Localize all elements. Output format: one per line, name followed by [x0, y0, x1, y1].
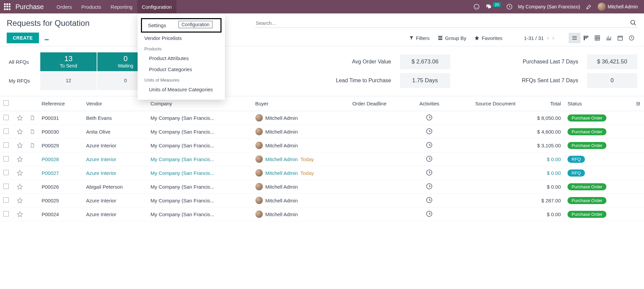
view-calendar-icon[interactable] — [614, 33, 626, 43]
row-checkbox[interactable] — [3, 115, 9, 120]
search-box[interactable] — [255, 18, 637, 28]
cell-status: RFQ — [564, 152, 632, 166]
dash-card-tosend[interactable]: 13 To Send — [40, 52, 97, 71]
messages-icon[interactable]: 20 — [485, 3, 500, 10]
cell-total: $ 0.00 — [519, 207, 564, 221]
col-buyer[interactable]: Buyer — [252, 96, 349, 111]
cell-status: Purchase Order — [564, 207, 632, 221]
create-button[interactable]: CREATE — [7, 33, 39, 43]
view-list-icon[interactable] — [569, 33, 580, 43]
groupby-button[interactable]: Group By — [438, 35, 466, 41]
clock-icon[interactable] — [426, 128, 432, 134]
star-icon[interactable] — [17, 129, 23, 135]
row-checkbox[interactable] — [3, 197, 9, 203]
apps-icon[interactable] — [3, 3, 11, 11]
user-menu[interactable]: Mitchell Admin — [598, 3, 638, 11]
select-all-checkbox[interactable] — [3, 100, 9, 106]
clock-icon[interactable] — [426, 211, 432, 217]
dd-units-of-measure-categories[interactable]: Units of Measure Categories — [138, 84, 225, 95]
avatar — [598, 3, 606, 11]
company-switcher[interactable]: My Company (San Francisco) — [518, 4, 580, 9]
col-deadline[interactable]: Order Deadline — [349, 96, 410, 111]
clock-icon[interactable] — [426, 156, 432, 162]
cell-company: My Company (San Francis... — [147, 111, 252, 125]
support-icon[interactable] — [473, 3, 480, 10]
cell-company: My Company (San Francis... — [147, 180, 252, 194]
row-checkbox[interactable] — [3, 156, 9, 161]
pager-next-icon[interactable]: › — [552, 35, 554, 41]
dash-row-my[interactable]: My RFQs — [7, 71, 40, 90]
cell-company: My Company (San Francis... — [147, 125, 252, 139]
import-icon[interactable] — [44, 35, 50, 41]
cell-activities[interactable] — [410, 125, 449, 139]
col-reference[interactable]: Reference — [38, 96, 83, 111]
dash-tosend-count: 13 — [64, 55, 72, 62]
cell-activities[interactable] — [410, 152, 449, 166]
cell-total: $ 0.00 — [519, 166, 564, 180]
clock-icon[interactable] — [426, 142, 432, 148]
app-name[interactable]: Purchase — [15, 3, 44, 11]
optional-columns-icon[interactable] — [635, 101, 641, 106]
col-source[interactable]: Source Document — [449, 96, 519, 111]
activities-icon[interactable] — [506, 3, 513, 10]
cell-activities[interactable] — [410, 139, 449, 152]
cell-activities[interactable] — [410, 166, 449, 180]
search-input[interactable] — [256, 20, 630, 26]
favorites-button[interactable]: Favorites — [474, 35, 502, 41]
cell-activities[interactable] — [410, 194, 449, 207]
table-row[interactable]: P00031Beth EvansMy Company (San Francis.… — [0, 111, 644, 125]
dash-row-all[interactable]: All RFQs — [7, 52, 40, 71]
view-graph-icon[interactable] — [603, 33, 614, 43]
document-icon[interactable] — [30, 115, 35, 121]
table-row[interactable]: P00024Azure InteriorMy Company (San Fran… — [0, 207, 644, 221]
row-checkbox[interactable] — [3, 211, 9, 216]
star-icon[interactable] — [17, 197, 23, 203]
table-row[interactable]: P00030Anita OliveMy Company (San Francis… — [0, 125, 644, 139]
table-row[interactable]: P00025Azure InteriorMy Company (San Fran… — [0, 194, 644, 207]
nav-orders[interactable]: Orders — [52, 0, 77, 13]
nav-products[interactable]: Products — [77, 0, 106, 13]
table-row[interactable]: P00029Azure InteriorMy Company (San Fran… — [0, 139, 644, 152]
view-pivot-icon[interactable] — [592, 33, 603, 43]
dd-vendor-pricelists[interactable]: Vendor Pricelists — [138, 33, 225, 44]
clock-icon[interactable] — [426, 114, 432, 121]
star-icon[interactable] — [17, 170, 23, 176]
star-icon[interactable] — [17, 211, 23, 217]
view-activity-icon[interactable] — [626, 33, 637, 43]
col-total[interactable]: Total — [519, 96, 564, 111]
search-icon[interactable] — [630, 19, 637, 26]
pager-prev-icon[interactable]: ‹ — [547, 35, 549, 41]
svg-point-0 — [474, 4, 479, 9]
clock-icon[interactable] — [426, 170, 432, 176]
document-icon[interactable] — [30, 143, 35, 148]
cell-activities[interactable] — [410, 207, 449, 221]
row-checkbox[interactable] — [3, 184, 9, 189]
filters-button[interactable]: Filters — [409, 35, 430, 41]
cell-activities[interactable] — [410, 180, 449, 194]
nav-reporting[interactable]: Reporting — [106, 0, 137, 13]
debug-icon[interactable] — [586, 3, 592, 10]
table-row[interactable]: P00028Azure InteriorMy Company (San Fran… — [0, 152, 644, 166]
clock-icon[interactable] — [426, 197, 432, 203]
table-row[interactable]: P00027Azure InteriorMy Company (San Fran… — [0, 166, 644, 180]
star-icon[interactable] — [17, 156, 23, 162]
row-checkbox[interactable] — [3, 142, 9, 148]
view-kanban-icon[interactable] — [580, 33, 592, 43]
cell-deadline-col — [349, 152, 410, 166]
clock-icon[interactable] — [426, 183, 432, 189]
cell-activities[interactable] — [410, 111, 449, 125]
nav-configuration[interactable]: Configuration — [137, 0, 177, 13]
star-icon[interactable] — [17, 115, 23, 121]
cell-total: $ 3,105.00 — [519, 139, 564, 152]
star-icon[interactable] — [17, 142, 23, 148]
row-checkbox[interactable] — [3, 129, 9, 134]
star-icon[interactable] — [17, 184, 23, 190]
table-row[interactable]: P00026Abigail PetersonMy Company (San Fr… — [0, 180, 644, 194]
col-activities[interactable]: Activities — [410, 96, 449, 111]
dd-product-attributes[interactable]: Product Attributes — [138, 53, 225, 64]
dd-product-categories[interactable]: Product Categories — [138, 64, 225, 75]
cell-source — [449, 111, 519, 125]
document-icon[interactable] — [30, 129, 35, 134]
row-checkbox[interactable] — [3, 170, 9, 175]
col-status[interactable]: Status — [564, 96, 632, 111]
